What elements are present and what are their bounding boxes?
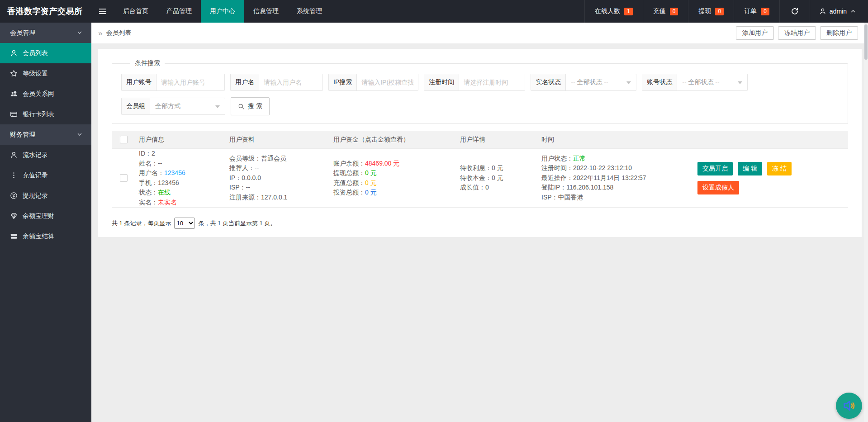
sidebar-toggle-button[interactable]	[91, 0, 114, 23]
pending-principal-label: 待收本金：	[460, 174, 492, 181]
username-input[interactable]	[259, 74, 323, 90]
freeze-button[interactable]: 冻 结	[767, 162, 792, 175]
sidebar-item-level-settings[interactable]: 等级设置	[0, 63, 91, 84]
phone-label: 手机：	[139, 179, 158, 186]
name-label: 姓名：	[139, 160, 158, 167]
header-user-profile: 用户资料	[229, 136, 333, 144]
member-group-select[interactable]: 全部方式	[150, 98, 225, 114]
set-fake-user-button[interactable]: 设置成假人	[697, 181, 739, 194]
sidebar-item-label: 余额宝理财	[23, 212, 54, 220]
content-area: » 会员列表 添加用户 冻结用户 删除用户 条件搜索 用户账号 用户名 I	[91, 23, 868, 422]
sidebar-item-label: 等级设置	[23, 70, 48, 78]
realname-status-select[interactable]: -- 全部状态 --	[566, 74, 636, 90]
isp-value: --	[246, 184, 250, 191]
sidebar-item-yuebao-wealth[interactable]: 余额宝理财	[0, 206, 91, 226]
recharge-stat[interactable]: 充值 0	[643, 0, 688, 23]
name-value: --	[158, 160, 162, 167]
delete-user-button[interactable]: 删除用户	[820, 26, 858, 40]
select-all-checkbox[interactable]	[120, 136, 128, 143]
scrollbar-track[interactable]	[864, 23, 868, 422]
isp-label: ISP：	[229, 184, 246, 191]
caret-down-icon	[626, 81, 631, 84]
sidebar-item-yuebao-settlement[interactable]: 余额宝结算	[0, 226, 91, 247]
nav-item-system[interactable]: 系统管理	[288, 0, 331, 23]
sidebar-item-label: 提现记录	[23, 192, 48, 200]
add-user-button[interactable]: 添加用户	[736, 26, 774, 40]
sidebar-item-member-list[interactable]: 会员列表	[0, 43, 91, 63]
online-status-badge: 在线	[158, 189, 171, 196]
member-group-label: 会员组	[122, 98, 150, 114]
per-page-select[interactable]: 10	[174, 218, 195, 229]
sidebar-item-label: 流水记录	[23, 151, 48, 159]
recharge-total-value[interactable]: 0 元	[365, 179, 377, 186]
star-icon	[10, 70, 18, 77]
header-user-info: 用户信息	[139, 136, 229, 144]
reg-time-field-label: 注册时间	[424, 74, 459, 90]
nav-item-products[interactable]: 产品管理	[157, 0, 201, 23]
chevron-down-icon	[76, 131, 83, 138]
nav-item-user-center[interactable]: 用户中心	[201, 0, 244, 23]
balance-label: 账户余额：	[333, 160, 365, 167]
account-input[interactable]	[157, 74, 224, 90]
reg-time-input[interactable]	[459, 74, 525, 90]
withdraw-total-value[interactable]: 0 元	[365, 169, 377, 176]
level-value: 普通会员	[261, 155, 286, 162]
caret-down-icon	[215, 105, 220, 108]
account-status-group: 账号状态 -- 全部状态 --	[642, 74, 748, 91]
withdraw-stat[interactable]: 提现 0	[688, 0, 734, 23]
freeze-user-button[interactable]: 冻结用户	[778, 26, 816, 40]
trade-toggle-button[interactable]: 交易开启	[697, 162, 733, 175]
ip-search-input[interactable]	[357, 74, 418, 90]
member-group-field: 会员组 全部方式	[121, 98, 225, 115]
table-header: 用户信息 用户资料 用户资金（点击金额查看） 用户详情 时间	[112, 131, 848, 149]
row-checkbox[interactable]	[120, 174, 128, 182]
realname-label: 实名：	[139, 199, 158, 206]
username-field-label: 用户名	[231, 74, 259, 90]
account-field-label: 用户账号	[122, 74, 157, 90]
nav-item-information[interactable]: 信息管理	[244, 0, 288, 23]
pagination-suffix: 条，共 1 页当前显示第 1 页。	[198, 219, 276, 228]
reg-time-label: 注册时间：	[541, 164, 573, 171]
invest-total-value[interactable]: 0 元	[365, 189, 377, 196]
sidebar-item-withdraw-records[interactable]: 提现记录	[0, 185, 91, 206]
online-users-stat[interactable]: 在线人数 1	[584, 0, 643, 23]
last-op-label: 最近操作：	[541, 174, 573, 181]
reg-time-field-group: 注册时间	[424, 74, 525, 91]
breadcrumb-bar: » 会员列表 添加用户 冻结用户 删除用户	[91, 23, 868, 43]
edit-button[interactable]: 编 辑	[738, 162, 762, 175]
sidebar-item-recharge-records[interactable]: 充值记录	[0, 165, 91, 185]
nav-item-dashboard[interactable]: 后台首页	[114, 0, 157, 23]
account-field-group: 用户账号	[121, 74, 225, 91]
username-label: 用户名：	[139, 169, 164, 176]
status-label: 状态：	[139, 189, 158, 196]
sidebar-item-member-network[interactable]: 会员关系网	[0, 84, 91, 104]
admin-menu[interactable]: admin	[810, 0, 868, 23]
stack-icon	[10, 232, 18, 240]
header-user-details: 用户详情	[460, 136, 541, 144]
sidebar-item-bank-card-list[interactable]: 银行卡列表	[0, 104, 91, 124]
growth-label: 成长值：	[460, 184, 485, 191]
refresh-button[interactable]	[779, 0, 810, 23]
ip-field-group: IP搜索	[328, 74, 418, 91]
sound-toggle-button[interactable]	[836, 393, 862, 419]
account-status-select[interactable]: -- 全部状态 --	[677, 74, 747, 90]
account-status-label: 账号状态	[642, 74, 677, 90]
realname-status-value: -- 全部状态 --	[571, 78, 608, 86]
admin-username: admin	[830, 8, 847, 15]
scrollbar-thumb[interactable]	[864, 24, 868, 60]
sidebar-section-member-management[interactable]: 会员管理	[0, 23, 91, 43]
search-fieldset: 条件搜索 用户账号 用户名 IP搜索 注册时间	[112, 59, 848, 124]
user-info-cell: ID：2 姓名：-- 用户名：123456 手机：123456 状态：在线 实名…	[139, 149, 229, 207]
balance-value[interactable]: 48469.00 元	[365, 160, 399, 167]
recharge-total-label: 充值总额：	[333, 179, 365, 186]
search-button[interactable]: 搜 索	[231, 97, 270, 115]
person-icon	[819, 8, 826, 15]
sidebar-item-label: 会员列表	[23, 49, 48, 57]
sidebar-section-finance-management[interactable]: 财务管理	[0, 124, 91, 145]
orders-label: 订单	[744, 7, 757, 15]
sidebar-item-flow-records[interactable]: 流水记录	[0, 145, 91, 165]
username-link[interactable]: 123456	[164, 169, 185, 176]
orders-stat[interactable]: 订单 0	[734, 0, 779, 23]
search-button-label: 搜 索	[248, 102, 262, 110]
pagination-prefix: 共 1 条记录，每页显示	[112, 219, 171, 228]
